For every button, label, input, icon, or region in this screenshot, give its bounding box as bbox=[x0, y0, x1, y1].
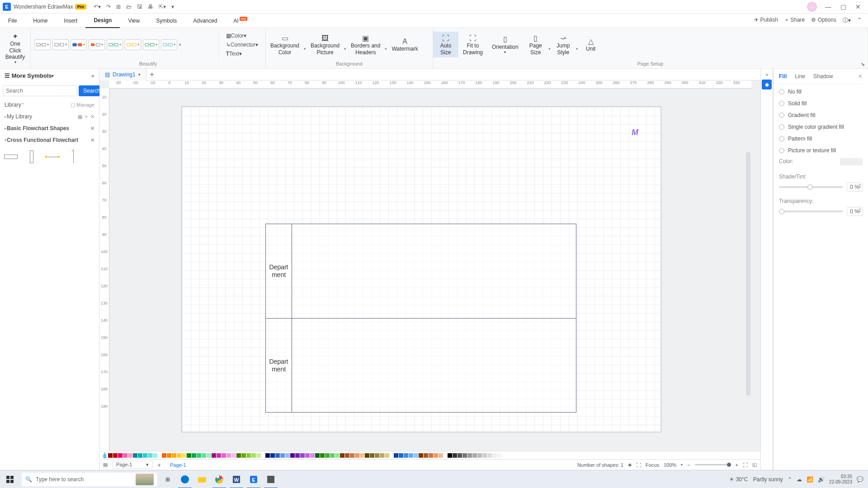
color-swatch[interactable] bbox=[197, 453, 201, 458]
color-swatch[interactable] bbox=[502, 453, 507, 458]
transparency-slider[interactable] bbox=[779, 211, 843, 212]
color-swatch[interactable] bbox=[192, 453, 196, 458]
export-button[interactable]: ⇱▾ bbox=[159, 4, 166, 10]
collapse-panel-button[interactable]: « bbox=[91, 72, 94, 79]
shade-slider[interactable] bbox=[779, 186, 843, 188]
theme-2-button[interactable]: ▾ bbox=[52, 39, 69, 50]
tray-chevron-icon[interactable]: ⌃ bbox=[788, 476, 792, 483]
menu-file[interactable]: File bbox=[0, 14, 25, 28]
color-swatch[interactable] bbox=[385, 453, 389, 458]
page[interactable]: Depart ment Depart ment M bbox=[182, 107, 661, 432]
theme-1-button[interactable]: ▾ bbox=[34, 39, 51, 50]
menu-insert[interactable]: Insert bbox=[56, 14, 85, 28]
color-swatch[interactable] bbox=[295, 453, 300, 458]
color-swatch[interactable] bbox=[148, 453, 152, 458]
radio-gradient-fill[interactable]: Gradient fill bbox=[779, 112, 863, 118]
fit-page-button[interactable]: ⛶ bbox=[743, 462, 748, 468]
start-button[interactable] bbox=[0, 470, 20, 488]
swimlane-container[interactable]: Depart ment Depart ment bbox=[265, 224, 576, 413]
color-swatch[interactable] bbox=[241, 453, 246, 458]
theme-4-button[interactable]: ▾ bbox=[89, 39, 105, 50]
library-section[interactable]: Library bbox=[5, 102, 21, 108]
close-panel-button[interactable]: ✕ bbox=[858, 73, 863, 80]
close-button[interactable]: ✕ bbox=[851, 3, 865, 10]
color-swatch[interactable] bbox=[355, 453, 359, 458]
task-view-button[interactable]: ⊞ bbox=[159, 470, 176, 488]
color-swatch[interactable] bbox=[482, 453, 487, 458]
color-swatch[interactable] bbox=[424, 453, 428, 458]
minimize-button[interactable]: — bbox=[821, 3, 836, 10]
color-theme-button[interactable]: ▦ Color▾ bbox=[223, 32, 261, 40]
color-swatch[interactable] bbox=[162, 453, 166, 458]
save-button[interactable]: 🖫 bbox=[137, 4, 142, 10]
color-swatch[interactable] bbox=[212, 453, 216, 458]
publish-button[interactable]: ✈ Publish bbox=[754, 17, 778, 24]
borders-headers-button[interactable]: ▣Borders and Headers bbox=[346, 32, 385, 57]
transparency-value[interactable]: 0 %▲▼ bbox=[847, 207, 863, 216]
color-swatch[interactable] bbox=[305, 453, 310, 458]
color-swatch[interactable] bbox=[177, 453, 181, 458]
theme-7-button[interactable]: ▾ bbox=[143, 39, 159, 50]
color-swatch[interactable] bbox=[472, 453, 477, 458]
edge-taskbar-icon[interactable] bbox=[176, 470, 193, 488]
swimlane-body-2[interactable] bbox=[292, 319, 576, 412]
onedrive-icon[interactable]: ☁ bbox=[797, 476, 802, 483]
color-swatch[interactable] bbox=[492, 453, 497, 458]
color-swatch[interactable] bbox=[419, 453, 423, 458]
format-paint-icon[interactable]: ◆ bbox=[762, 80, 772, 89]
color-swatch[interactable] bbox=[840, 158, 863, 165]
color-swatch[interactable] bbox=[226, 453, 231, 458]
app-taskbar-icon[interactable] bbox=[262, 470, 279, 488]
fullscreen-button[interactable]: ◱ bbox=[752, 462, 757, 468]
color-swatch[interactable] bbox=[394, 453, 398, 458]
color-swatch[interactable] bbox=[404, 453, 408, 458]
color-swatch[interactable] bbox=[325, 453, 330, 458]
eyedropper-icon[interactable]: 💧 bbox=[101, 452, 108, 459]
shape-hband[interactable] bbox=[4, 150, 18, 164]
color-swatch[interactable] bbox=[290, 453, 295, 458]
page-tab[interactable]: Page-1 bbox=[165, 462, 190, 468]
canvas[interactable]: Depart ment Depart ment M bbox=[109, 89, 751, 451]
color-swatch[interactable] bbox=[340, 453, 344, 458]
one-click-beautify-button[interactable]: ✦One Click Beautify▾ bbox=[0, 30, 30, 66]
color-swatch[interactable] bbox=[231, 453, 236, 458]
color-swatch[interactable] bbox=[202, 453, 206, 458]
text-style-button[interactable]: T Text▾ bbox=[223, 50, 261, 58]
color-swatch[interactable] bbox=[365, 453, 369, 458]
color-swatch[interactable] bbox=[256, 453, 261, 458]
new-button[interactable]: ⊞ bbox=[116, 4, 121, 10]
theme-5-button[interactable]: ▾ bbox=[107, 39, 123, 50]
theme-8-button[interactable]: ▾ bbox=[161, 39, 177, 50]
collapse-ribbon-button[interactable]: ⌃ bbox=[857, 17, 862, 24]
color-swatch[interactable] bbox=[429, 453, 433, 458]
color-swatch[interactable] bbox=[497, 453, 502, 458]
section-close-button-2[interactable]: ✕ bbox=[90, 137, 94, 143]
explorer-taskbar-icon[interactable] bbox=[193, 470, 211, 488]
color-swatch[interactable] bbox=[275, 453, 280, 458]
jump-style-button[interactable]: ⤻Jump Style bbox=[551, 32, 576, 57]
clock[interactable]: 03:3522-09-2023 bbox=[829, 474, 852, 485]
qat-more-button[interactable]: ▾ bbox=[171, 4, 174, 10]
orientation-button[interactable]: ▯Orientation▾ bbox=[487, 33, 523, 56]
add-page-button[interactable]: + bbox=[157, 461, 161, 469]
tab-shadow[interactable]: Shadow bbox=[813, 73, 833, 80]
basic-flowchart-section[interactable]: Basic Flowchart Shapes bbox=[7, 125, 69, 131]
color-swatch[interactable] bbox=[280, 453, 285, 458]
color-swatch[interactable] bbox=[143, 453, 147, 458]
color-swatch[interactable] bbox=[310, 453, 315, 458]
color-swatch[interactable] bbox=[246, 453, 251, 458]
symbol-search-input[interactable] bbox=[3, 85, 77, 96]
color-swatch[interactable] bbox=[222, 453, 226, 458]
color-swatch[interactable] bbox=[270, 453, 275, 458]
shape-vband[interactable] bbox=[24, 150, 39, 164]
print-button[interactable]: 🖶 bbox=[148, 4, 153, 10]
shape-vsep[interactable] bbox=[66, 150, 80, 164]
color-swatch[interactable] bbox=[300, 453, 305, 458]
menu-home[interactable]: Home bbox=[25, 14, 56, 28]
color-swatch[interactable] bbox=[108, 453, 113, 458]
color-swatch[interactable] bbox=[467, 453, 472, 458]
color-swatch[interactable] bbox=[409, 453, 413, 458]
color-swatch[interactable] bbox=[330, 453, 335, 458]
auto-size-button[interactable]: ⛶Auto Size bbox=[433, 32, 458, 57]
cross-functional-section[interactable]: Cross Functional Flowchart bbox=[7, 137, 78, 143]
